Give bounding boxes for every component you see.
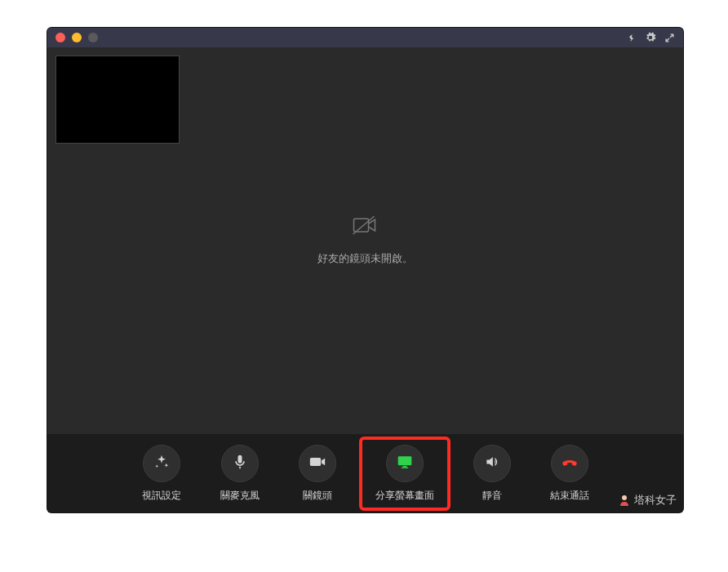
maximize-window-button[interactable] — [88, 33, 98, 42]
call-window: 好友的鏡頭未開啟。 視訊設定 關麥克風 — [47, 28, 683, 512]
speaker-icon — [484, 454, 500, 473]
titlebar — [47, 28, 683, 47]
pin-icon[interactable] — [626, 33, 637, 43]
hangup-icon — [560, 452, 579, 475]
mute-speaker-button[interactable]: 靜音 — [473, 445, 511, 503]
video-settings-label: 視訊設定 — [142, 489, 181, 503]
share-screen-button[interactable]: 分享螢幕畫面 — [375, 445, 434, 503]
gear-icon[interactable] — [645, 32, 656, 43]
svg-rect-3 — [402, 466, 406, 468]
minimize-window-button[interactable] — [72, 33, 82, 42]
watermark-icon — [618, 494, 631, 507]
share-screen-label: 分享螢幕畫面 — [375, 489, 434, 503]
titlebar-actions — [626, 32, 675, 43]
self-preview[interactable] — [55, 55, 180, 144]
camera-icon — [309, 454, 326, 473]
end-call-label: 結束通話 — [550, 489, 589, 503]
watermark-text: 塔科女子 — [634, 493, 677, 508]
monitor-icon — [397, 454, 413, 473]
mute-mic-button[interactable]: 關麥克風 — [220, 445, 260, 503]
remote-camera-off-notice: 好友的鏡頭未開啟。 — [317, 215, 413, 266]
remote-camera-off-text: 好友的鏡頭未開啟。 — [317, 251, 413, 266]
mute-speaker-label: 靜音 — [482, 489, 502, 503]
svg-rect-0 — [354, 219, 369, 232]
call-controls: 視訊設定 關麥克風 關鏡頭 — [47, 434, 683, 512]
expand-icon[interactable] — [664, 33, 675, 43]
camera-toggle-button[interactable]: 關鏡頭 — [299, 445, 336, 503]
camera-off-icon — [353, 215, 379, 238]
camera-toggle-label: 關鏡頭 — [303, 489, 332, 503]
sparkle-icon — [153, 454, 170, 473]
svg-point-5 — [622, 495, 627, 500]
mute-mic-label: 關麥克風 — [220, 489, 260, 503]
svg-rect-4 — [401, 467, 407, 468]
window-controls — [55, 33, 98, 42]
microphone-icon — [232, 454, 248, 473]
watermark: 塔科女子 — [618, 493, 677, 508]
end-call-button[interactable]: 結束通話 — [550, 445, 589, 503]
video-area: 好友的鏡頭未開啟。 — [47, 47, 683, 434]
video-settings-button[interactable]: 視訊設定 — [142, 445, 181, 503]
close-window-button[interactable] — [55, 33, 65, 42]
svg-rect-2 — [397, 456, 411, 465]
